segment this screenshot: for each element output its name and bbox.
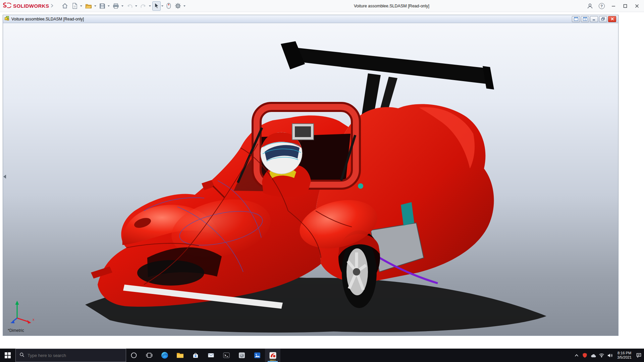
account-button[interactable] — [584, 0, 596, 12]
quick-access-toolbar — [60, 1, 186, 11]
store-icon — [192, 351, 200, 359]
brand-expand-chevron-icon[interactable] — [51, 3, 53, 9]
file-explorer-button[interactable] — [172, 349, 188, 362]
cascade-window-button[interactable] — [581, 16, 589, 22]
document-close-button[interactable] — [608, 16, 616, 22]
app-titlebar[interactable]: SOLIDWORKS — [0, 0, 644, 12]
document-window: Voiture assomblee.SLDASM [Read-only] — [3, 15, 619, 336]
action-center-button[interactable] — [635, 349, 643, 362]
store-button[interactable] — [188, 349, 203, 362]
orientation-triad: x — [8, 299, 37, 325]
hidden-icons-button[interactable] — [572, 349, 581, 362]
solidworks-taskbar-button[interactable]: 2021 — [265, 349, 280, 362]
options-dropdown-caret[interactable] — [183, 5, 185, 7]
new-document-button[interactable] — [70, 1, 79, 11]
network-button[interactable] — [597, 349, 606, 362]
edge-icon — [161, 351, 169, 359]
cortana-button[interactable] — [126, 349, 142, 362]
file-explorer-icon — [176, 352, 184, 359]
help-button[interactable]: ? — [596, 0, 607, 12]
system-tray: 8:16 PM 3/5/2021 — [572, 349, 644, 362]
command-prompt-icon — [222, 351, 230, 359]
photos-icon — [253, 351, 261, 359]
edrawings-button[interactable] — [234, 349, 250, 362]
select-dropdown-caret[interactable] — [161, 5, 163, 7]
clock-date: 3/5/2021 — [617, 355, 632, 360]
triad-x-label: x — [33, 317, 35, 321]
print-dropdown-caret[interactable] — [121, 5, 123, 7]
taskbar-search-input[interactable] — [28, 353, 122, 358]
help-icon: ? — [599, 3, 605, 9]
panel-collapse-arrow[interactable] — [3, 175, 6, 179]
brand-text: SOLIDWORKS — [13, 3, 49, 9]
tile-window-button[interactable] — [572, 16, 580, 22]
undo-dropdown-caret[interactable] — [135, 5, 137, 7]
volume-button[interactable] — [606, 349, 614, 362]
cortana-icon — [130, 352, 137, 359]
mouse-gestures-button[interactable] — [165, 1, 173, 11]
mail-button[interactable] — [203, 349, 219, 362]
action-center-icon — [636, 353, 642, 358]
select-tool-button[interactable] — [152, 1, 161, 11]
car-model — [3, 23, 618, 336]
document-titlebar[interactable]: Voiture assomblee.SLDASM [Read-only] — [3, 15, 618, 23]
edge-button[interactable] — [157, 349, 172, 362]
redo-dropdown-caret[interactable] — [149, 5, 151, 7]
taskbar-clock[interactable]: 8:16 PM 3/5/2021 — [614, 351, 635, 360]
options-button[interactable] — [173, 1, 183, 11]
volume-icon — [607, 353, 613, 358]
screen: SOLIDWORKS — [0, 0, 644, 362]
edrawings-icon — [238, 351, 246, 359]
onedrive-button[interactable] — [589, 349, 597, 362]
graphics-viewport[interactable]: x *Dimetric — [3, 23, 618, 336]
redo-button — [139, 1, 148, 11]
undo-button — [125, 1, 135, 11]
maximize-button[interactable] — [619, 0, 631, 12]
save-button[interactable] — [98, 1, 107, 11]
app-title: Voiture assomblee.SLDASM [Read-only] — [201, 4, 582, 8]
document-restore-button[interactable] — [599, 16, 607, 22]
search-icon — [19, 352, 24, 359]
view-orientation-label: *Dimetric — [8, 328, 24, 333]
clock-time: 8:16 PM — [618, 351, 631, 356]
save-dropdown-caret[interactable] — [108, 5, 110, 7]
security-shield-button[interactable] — [581, 349, 589, 362]
minimize-button[interactable] — [607, 0, 619, 12]
solidworks-app-icon — [269, 352, 277, 359]
wifi-icon — [599, 353, 604, 358]
document-window-controls — [572, 16, 617, 22]
solidworks-logo: SOLIDWORKS — [3, 2, 53, 10]
assembly-icon — [4, 16, 9, 22]
new-document-dropdown-caret[interactable] — [80, 5, 82, 7]
print-button[interactable] — [111, 1, 121, 11]
triad-y-axis — [15, 301, 19, 305]
photos-button[interactable] — [250, 349, 265, 362]
shield-icon — [582, 353, 587, 358]
task-view-icon — [146, 352, 153, 358]
mail-icon — [207, 351, 215, 359]
open-button[interactable] — [84, 1, 94, 11]
cloud-icon — [590, 353, 596, 358]
titlebar-right-controls: ? — [584, 0, 643, 12]
document-title: Voiture assomblee.SLDASM [Read-only] — [11, 17, 84, 21]
windows-logo-icon — [5, 352, 11, 358]
close-button[interactable] — [631, 0, 643, 12]
document-minimize-button[interactable] — [590, 16, 598, 22]
triad-x-axis — [27, 320, 31, 324]
chevron-up-icon — [574, 354, 579, 357]
open-dropdown-caret[interactable] — [94, 5, 96, 7]
start-button[interactable] — [0, 349, 15, 362]
solidworks-logo-icon — [3, 2, 11, 10]
home-button[interactable] — [60, 1, 70, 11]
windows-taskbar: 2021 8:16 PM 3/5/2021 — [0, 349, 644, 362]
command-prompt-button[interactable] — [219, 349, 234, 362]
task-view-button[interactable] — [142, 349, 157, 362]
taskbar-search[interactable] — [15, 349, 126, 362]
